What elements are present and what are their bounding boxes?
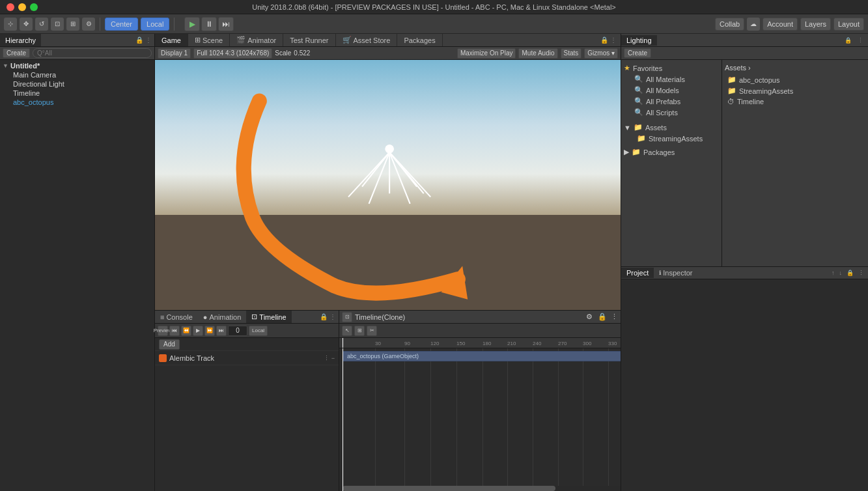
tab-test-runner[interactable]: Test Runner xyxy=(283,34,335,46)
tl-last-btn[interactable]: ⏭ xyxy=(216,326,227,336)
display-select[interactable]: Display 1 xyxy=(158,48,191,59)
resolution-select[interactable]: Full 1024 4:3 (1024x768) xyxy=(193,48,272,59)
search-icon-prefabs: 🔍 xyxy=(634,97,643,105)
timeline-lock-icon[interactable]: 🔒 xyxy=(598,313,607,321)
tl-cursor-btn[interactable]: ↖ xyxy=(342,326,352,336)
tab-animator[interactable]: 🎬 Animator xyxy=(230,34,283,46)
account-dropdown[interactable]: Account xyxy=(763,18,798,31)
tl-nav-icon[interactable]: ⊡ xyxy=(342,312,352,322)
alembic-clip[interactable]: abc_octopus (GameObject) xyxy=(343,351,621,361)
tab-inspector[interactable]: ℹ Inspector xyxy=(654,268,697,278)
tl-play-btn[interactable]: ▶ xyxy=(193,326,203,336)
timeline-asset-icon: ⏱ xyxy=(727,98,735,105)
tab-animation[interactable]: ● Animation xyxy=(198,311,247,323)
tab-timeline[interactable]: ⊡ Timeline xyxy=(246,311,291,323)
tab-packages[interactable]: Packages xyxy=(397,34,442,46)
asset-timeline[interactable]: ⏱ Timeline xyxy=(725,96,865,107)
menu-panel-icon[interactable]: ⋮ xyxy=(145,36,152,44)
gizmos-dropdown[interactable]: Gizmos ▾ xyxy=(584,48,618,59)
menu-bottom-icon[interactable]: ⋮ xyxy=(329,313,336,320)
layout-dropdown[interactable]: Layout xyxy=(833,18,864,31)
hierarchy-tab[interactable]: Hierarchy xyxy=(0,34,41,46)
track-lock-icon[interactable]: − xyxy=(331,355,335,361)
bottom-right-panel: ⊡ Timeline(Clone) ⚙ 🔒 ⋮ ↖ ⊞ ✂ 30 xyxy=(339,311,621,491)
tab-game[interactable]: Game xyxy=(155,34,188,46)
collab-dropdown[interactable]: Collab xyxy=(715,18,744,31)
tool-icon-6[interactable]: ⚙ xyxy=(82,18,95,31)
tab-scene-icon: ⊞ xyxy=(195,36,201,44)
scrollbar-thumb[interactable] xyxy=(343,486,555,491)
tab-asset-icon: 🛒 xyxy=(343,36,352,44)
maximize-button[interactable] xyxy=(30,3,38,11)
tool-icon-2[interactable]: ✥ xyxy=(20,18,33,31)
timeline-panel-menu-icon[interactable]: ⋮ xyxy=(611,313,618,321)
assets-folder[interactable]: ▼ 📁 Assets xyxy=(624,122,719,133)
hierarchy-item-light[interactable]: Directional Light xyxy=(0,79,154,89)
streaming-assets-item[interactable]: 📁 StreamingAssets xyxy=(624,133,719,144)
minimize-button[interactable] xyxy=(18,3,26,11)
tab-asset-store[interactable]: 🛒 Asset Store xyxy=(336,34,398,46)
all-scripts-item[interactable]: 🔍 All Scripts xyxy=(624,107,719,118)
cloud-icon[interactable]: ☁ xyxy=(747,18,760,31)
timeline-name-label: Timeline(Clone) xyxy=(355,313,405,321)
tl-first-btn[interactable]: ⏮ xyxy=(169,326,180,336)
timeline-settings-icon[interactable]: ⚙ xyxy=(586,313,593,321)
track-menu-icon[interactable]: ⋮ xyxy=(324,355,329,361)
asset-abc-octopus[interactable]: 📁 abc_octopus xyxy=(725,74,865,85)
all-models-item[interactable]: 🔍 All Models xyxy=(624,85,719,96)
add-track-button[interactable]: Add xyxy=(159,339,180,350)
tab-lighting[interactable]: Lighting xyxy=(621,35,657,46)
lighting-lock-icon[interactable]: 🔒 xyxy=(843,37,854,44)
tab-project[interactable]: Project xyxy=(621,268,654,278)
tool-icon-1[interactable]: ⊹ xyxy=(4,18,17,31)
scene-root-label: Untitled* xyxy=(10,62,40,70)
pivot-center-button[interactable]: Center xyxy=(105,18,138,31)
project-load-icon[interactable]: ↓ xyxy=(838,270,844,276)
lighting-create-btn[interactable]: Create xyxy=(624,48,651,58)
hierarchy-item-timeline[interactable]: Timeline xyxy=(0,89,154,98)
space-local-button[interactable]: Local xyxy=(141,18,169,31)
all-prefabs-item[interactable]: 🔍 All Prefabs xyxy=(624,96,719,107)
tab-lock-icon[interactable]: 🔒 ⋮ xyxy=(596,34,621,46)
lock-bottom-icon[interactable]: 🔒 xyxy=(320,313,328,320)
project-lock-icon[interactable]: 🔒 xyxy=(845,270,855,276)
tl-local-btn[interactable]: Local xyxy=(249,326,268,336)
create-button[interactable]: Create xyxy=(3,48,30,58)
tool-icon-5[interactable]: ⊞ xyxy=(66,18,79,31)
layers-dropdown[interactable]: Layers xyxy=(800,18,831,31)
maximize-on-play[interactable]: Maximize On Play xyxy=(457,48,516,59)
tl-next-btn[interactable]: ⏩ xyxy=(204,326,215,336)
stats-button[interactable]: Stats xyxy=(561,48,582,59)
tool-icon-3[interactable]: ↺ xyxy=(35,18,48,31)
all-models-label: All Models xyxy=(646,87,679,94)
tool-icon-4[interactable]: ⊡ xyxy=(51,18,64,31)
timeline-scrollbar[interactable] xyxy=(339,486,621,491)
tl-prev-btn[interactable]: ⏪ xyxy=(181,326,191,336)
hierarchy-item-octopus[interactable]: abc_octopus xyxy=(0,98,154,107)
favorites-folder[interactable]: ★ Favorites xyxy=(624,63,719,74)
scene-root-item[interactable]: ▼ Untitled* xyxy=(0,61,154,70)
hierarchy-search-input[interactable] xyxy=(33,48,152,58)
step-button[interactable]: ⏭ xyxy=(218,17,234,31)
timeline-time-input[interactable] xyxy=(228,326,247,336)
close-button[interactable] xyxy=(7,3,14,11)
all-materials-item[interactable]: 🔍 All Materials xyxy=(624,74,719,85)
window-controls xyxy=(7,3,38,11)
preview-button[interactable]: Preview xyxy=(158,326,168,336)
play-button[interactable]: ▶ xyxy=(184,17,200,31)
packages-folder[interactable]: ▶ 📁 Packages xyxy=(624,147,719,158)
lighting-menu-icon[interactable]: ⋮ xyxy=(856,37,865,44)
project-panel-actions: ↑ ↓ 🔒 ⋮ xyxy=(830,270,868,276)
tab-console[interactable]: ≡ Console xyxy=(155,311,198,323)
pause-button[interactable]: ⏸ xyxy=(201,17,217,31)
project-menu-icon[interactable]: ⋮ xyxy=(857,270,865,276)
asset-streaming[interactable]: 📁 StreamingAssets xyxy=(725,85,865,96)
tl-ripple-btn[interactable]: ⊞ xyxy=(354,326,365,336)
lock-panel-icon[interactable]: 🔒 xyxy=(135,36,143,44)
tl-trim-btn[interactable]: ✂ xyxy=(367,326,377,336)
grid-330 xyxy=(608,348,609,491)
project-save-icon[interactable]: ↑ xyxy=(830,270,836,276)
tab-scene[interactable]: ⊞ Scene xyxy=(188,34,230,46)
hierarchy-item-camera[interactable]: Main Camera xyxy=(0,70,154,79)
mute-audio[interactable]: Mute Audio xyxy=(518,48,557,59)
